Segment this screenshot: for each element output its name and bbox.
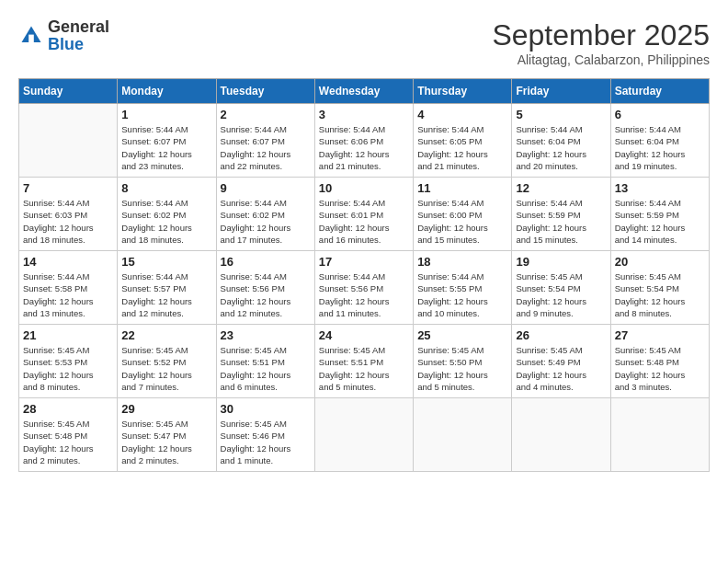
- day-info: Sunrise: 5:44 AM Sunset: 5:58 PM Dayligh…: [23, 270, 113, 319]
- day-number: 25: [417, 328, 507, 342]
- logo-blue-text: Blue: [48, 35, 84, 53]
- header: General Blue September 2025 Alitagtag, C…: [18, 18, 710, 67]
- cell-5-6: [512, 398, 610, 472]
- cell-1-3: 2Sunrise: 5:44 AM Sunset: 6:07 PM Daylig…: [216, 104, 314, 178]
- cell-4-2: 22Sunrise: 5:45 AM Sunset: 5:52 PM Dayli…: [118, 325, 216, 398]
- day-number: 29: [121, 402, 211, 416]
- day-info: Sunrise: 5:45 AM Sunset: 5:53 PM Dayligh…: [23, 344, 113, 393]
- header-tuesday: Tuesday: [216, 79, 314, 104]
- cell-1-5: 4Sunrise: 5:44 AM Sunset: 6:05 PM Daylig…: [414, 104, 512, 178]
- cell-1-4: 3Sunrise: 5:44 AM Sunset: 6:06 PM Daylig…: [314, 104, 413, 178]
- week-row-3: 14Sunrise: 5:44 AM Sunset: 5:58 PM Dayli…: [19, 251, 710, 325]
- day-info: Sunrise: 5:44 AM Sunset: 6:07 PM Dayligh…: [121, 123, 211, 172]
- day-info: Sunrise: 5:44 AM Sunset: 6:00 PM Dayligh…: [417, 197, 507, 246]
- day-number: 21: [23, 328, 113, 342]
- day-info: Sunrise: 5:44 AM Sunset: 5:56 PM Dayligh…: [221, 270, 311, 319]
- header-sunday: Sunday: [19, 79, 118, 104]
- header-saturday: Saturday: [610, 79, 709, 104]
- day-info: Sunrise: 5:44 AM Sunset: 5:59 PM Dayligh…: [516, 197, 606, 246]
- cell-5-4: [314, 398, 413, 472]
- day-info: Sunrise: 5:44 AM Sunset: 6:07 PM Dayligh…: [221, 123, 311, 172]
- title-area: September 2025 Alitagtag, Calabarzon, Ph…: [492, 18, 710, 67]
- day-info: Sunrise: 5:45 AM Sunset: 5:48 PM Dayligh…: [23, 418, 113, 466]
- cell-4-5: 25Sunrise: 5:45 AM Sunset: 5:50 PM Dayli…: [414, 325, 512, 398]
- day-number: 8: [121, 181, 211, 195]
- day-info: Sunrise: 5:44 AM Sunset: 6:04 PM Dayligh…: [615, 123, 705, 172]
- day-number: 2: [221, 108, 311, 121]
- day-info: Sunrise: 5:44 AM Sunset: 6:06 PM Dayligh…: [319, 123, 409, 172]
- day-number: 28: [23, 402, 113, 416]
- day-info: Sunrise: 5:45 AM Sunset: 5:49 PM Dayligh…: [516, 344, 606, 393]
- svg-rect-1: [28, 35, 34, 42]
- day-number: 10: [319, 181, 409, 195]
- day-info: Sunrise: 5:44 AM Sunset: 6:02 PM Dayligh…: [121, 197, 211, 246]
- day-info: Sunrise: 5:45 AM Sunset: 5:51 PM Dayligh…: [319, 344, 409, 393]
- week-row-5: 28Sunrise: 5:45 AM Sunset: 5:48 PM Dayli…: [19, 398, 710, 472]
- cell-3-5: 18Sunrise: 5:44 AM Sunset: 5:55 PM Dayli…: [414, 251, 512, 325]
- cell-3-6: 19Sunrise: 5:45 AM Sunset: 5:54 PM Dayli…: [512, 251, 610, 325]
- day-info: Sunrise: 5:45 AM Sunset: 5:50 PM Dayligh…: [417, 344, 507, 393]
- cell-1-1: [19, 104, 118, 178]
- cell-5-5: [414, 398, 512, 472]
- header-friday: Friday: [512, 79, 610, 104]
- day-info: Sunrise: 5:45 AM Sunset: 5:52 PM Dayligh…: [121, 344, 211, 393]
- day-number: 17: [319, 255, 409, 269]
- day-info: Sunrise: 5:44 AM Sunset: 6:01 PM Dayligh…: [319, 197, 409, 246]
- cell-2-3: 9Sunrise: 5:44 AM Sunset: 6:02 PM Daylig…: [216, 178, 314, 251]
- day-number: 14: [23, 255, 113, 269]
- day-number: 4: [417, 108, 507, 121]
- day-number: 15: [121, 255, 211, 269]
- day-number: 19: [516, 255, 606, 269]
- cell-3-1: 14Sunrise: 5:44 AM Sunset: 5:58 PM Dayli…: [19, 251, 118, 325]
- header-thursday: Thursday: [414, 79, 512, 104]
- day-info: Sunrise: 5:45 AM Sunset: 5:54 PM Dayligh…: [516, 270, 606, 319]
- day-number: 27: [615, 328, 705, 342]
- day-info: Sunrise: 5:44 AM Sunset: 6:03 PM Dayligh…: [23, 197, 113, 246]
- month-title: September 2025: [492, 18, 710, 52]
- cell-1-7: 6Sunrise: 5:44 AM Sunset: 6:04 PM Daylig…: [610, 104, 709, 178]
- day-number: 18: [417, 255, 507, 269]
- day-number: 6: [615, 108, 705, 121]
- cell-1-6: 5Sunrise: 5:44 AM Sunset: 6:04 PM Daylig…: [512, 104, 610, 178]
- logo-general-text: General: [48, 17, 109, 36]
- week-row-2: 7Sunrise: 5:44 AM Sunset: 6:03 PM Daylig…: [19, 178, 710, 251]
- day-info: Sunrise: 5:45 AM Sunset: 5:47 PM Dayligh…: [121, 418, 211, 466]
- cell-4-6: 26Sunrise: 5:45 AM Sunset: 5:49 PM Dayli…: [512, 325, 610, 398]
- day-number: 3: [319, 108, 409, 121]
- cell-2-4: 10Sunrise: 5:44 AM Sunset: 6:01 PM Dayli…: [314, 178, 413, 251]
- day-info: Sunrise: 5:45 AM Sunset: 5:54 PM Dayligh…: [615, 270, 705, 319]
- cell-4-4: 24Sunrise: 5:45 AM Sunset: 5:51 PM Dayli…: [314, 325, 413, 398]
- cell-2-7: 13Sunrise: 5:44 AM Sunset: 5:59 PM Dayli…: [610, 178, 709, 251]
- header-monday: Monday: [118, 79, 216, 104]
- location-title: Alitagtag, Calabarzon, Philippines: [492, 52, 710, 67]
- cell-5-3: 30Sunrise: 5:45 AM Sunset: 5:46 PM Dayli…: [216, 398, 314, 472]
- day-number: 30: [221, 402, 311, 416]
- day-number: 9: [221, 181, 311, 195]
- day-number: 20: [615, 255, 705, 269]
- day-number: 7: [23, 181, 113, 195]
- cell-5-7: [610, 398, 709, 472]
- day-number: 13: [615, 181, 705, 195]
- cell-2-5: 11Sunrise: 5:44 AM Sunset: 6:00 PM Dayli…: [414, 178, 512, 251]
- cell-4-1: 21Sunrise: 5:45 AM Sunset: 5:53 PM Dayli…: [19, 325, 118, 398]
- day-info: Sunrise: 5:45 AM Sunset: 5:51 PM Dayligh…: [221, 344, 311, 393]
- day-info: Sunrise: 5:44 AM Sunset: 6:02 PM Dayligh…: [221, 197, 311, 246]
- cell-2-2: 8Sunrise: 5:44 AM Sunset: 6:02 PM Daylig…: [118, 178, 216, 251]
- logo-icon: [18, 23, 44, 49]
- day-number: 26: [516, 328, 606, 342]
- day-number: 24: [319, 328, 409, 342]
- cell-1-2: 1Sunrise: 5:44 AM Sunset: 6:07 PM Daylig…: [118, 104, 216, 178]
- cell-3-2: 15Sunrise: 5:44 AM Sunset: 5:57 PM Dayli…: [118, 251, 216, 325]
- header-row: SundayMondayTuesdayWednesdayThursdayFrid…: [19, 79, 710, 104]
- cell-3-7: 20Sunrise: 5:45 AM Sunset: 5:54 PM Dayli…: [610, 251, 709, 325]
- cell-4-3: 23Sunrise: 5:45 AM Sunset: 5:51 PM Dayli…: [216, 325, 314, 398]
- cell-2-6: 12Sunrise: 5:44 AM Sunset: 5:59 PM Dayli…: [512, 178, 610, 251]
- cell-3-4: 17Sunrise: 5:44 AM Sunset: 5:56 PM Dayli…: [314, 251, 413, 325]
- day-number: 22: [121, 328, 211, 342]
- cell-4-7: 27Sunrise: 5:45 AM Sunset: 5:48 PM Dayli…: [610, 325, 709, 398]
- day-info: Sunrise: 5:44 AM Sunset: 5:57 PM Dayligh…: [121, 270, 211, 319]
- cell-3-3: 16Sunrise: 5:44 AM Sunset: 5:56 PM Dayli…: [216, 251, 314, 325]
- header-wednesday: Wednesday: [314, 79, 413, 104]
- day-number: 1: [121, 108, 211, 121]
- day-info: Sunrise: 5:44 AM Sunset: 6:04 PM Dayligh…: [516, 123, 606, 172]
